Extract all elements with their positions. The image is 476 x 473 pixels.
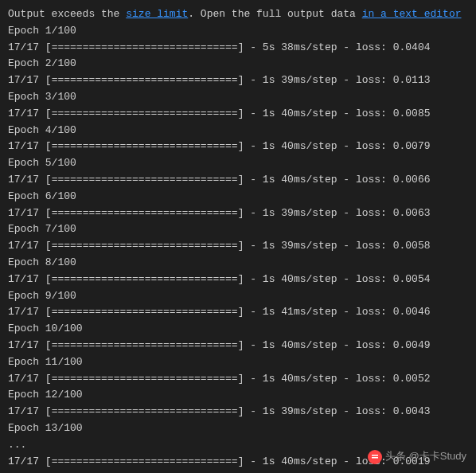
epoch-stats: - 1s 40ms/step - loss: 0.0054 [244, 273, 430, 285]
epoch-stats: - 1s 39ms/step - loss: 0.0058 [244, 240, 430, 252]
epoch-bar: [==============================] [45, 273, 244, 285]
epoch-steps: 17/17 [8, 140, 39, 152]
epoch-progress: 17/17 [==============================] -… [8, 238, 468, 255]
epoch-label: Epoch 12/100 [8, 387, 468, 404]
epoch-label: Epoch 1/100 [8, 23, 468, 40]
epoch-label: Epoch 10/100 [8, 321, 468, 338]
training-output: Epoch 1/10017/17 [======================… [8, 23, 468, 437]
toutiao-icon [368, 450, 382, 464]
epoch-bar: [==============================] [45, 339, 244, 351]
epoch-label: Epoch 13/100 [8, 420, 468, 437]
final-steps: 17/17 [8, 455, 39, 467]
epoch-bar: [==============================] [45, 74, 244, 86]
watermark-prefix: 头条 [385, 448, 406, 465]
epoch-progress: 17/17 [==============================] -… [8, 404, 468, 420]
epoch-bar: [==============================] [45, 306, 244, 318]
epoch-stats: - 1s 40ms/step - loss: 0.0079 [244, 140, 430, 152]
epoch-bar: [==============================] [45, 405, 244, 417]
watermark: 头条 @卡卡Study [368, 448, 466, 465]
svg-rect-1 [372, 457, 378, 459]
epoch-steps: 17/17 [8, 207, 39, 219]
epoch-label: Epoch 2/100 [8, 56, 468, 72]
epoch-label: Epoch 6/100 [8, 189, 468, 205]
epoch-bar: [==============================] [45, 108, 244, 119]
epoch-stats: - 1s 41ms/step - loss: 0.0046 [244, 306, 430, 318]
epoch-label: Epoch 4/100 [8, 123, 468, 139]
epoch-stats: - 1s 40ms/step - loss: 0.0066 [244, 174, 430, 186]
epoch-steps: 17/17 [8, 174, 39, 186]
epoch-progress: 17/17 [==============================] -… [8, 72, 468, 89]
epoch-progress: 17/17 [==============================] -… [8, 106, 468, 123]
epoch-stats: - 1s 40ms/step - loss: 0.0085 [244, 108, 430, 119]
text-editor-link[interactable]: in a text editor [362, 8, 462, 20]
epoch-stats: - 1s 39ms/step - loss: 0.0113 [244, 74, 430, 86]
epoch-progress: 17/17 [==============================] -… [8, 371, 468, 388]
epoch-steps: 17/17 [8, 373, 39, 385]
notice-text-middle: . Open the full output data [188, 8, 361, 20]
epoch-label: Epoch 3/100 [8, 89, 468, 106]
epoch-label: Epoch 11/100 [8, 354, 468, 371]
epoch-bar: [==============================] [45, 174, 244, 186]
epoch-progress: 17/17 [==============================] -… [8, 304, 468, 321]
epoch-bar: [==============================] [45, 373, 244, 385]
epoch-steps: 17/17 [8, 240, 39, 252]
epoch-bar: [==============================] [45, 140, 244, 152]
epoch-steps: 17/17 [8, 41, 39, 53]
epoch-progress: 17/17 [==============================] -… [8, 139, 468, 155]
watermark-suffix: @卡卡Study [409, 448, 466, 465]
epoch-bar: [==============================] [45, 207, 244, 219]
output-limit-notice: Output exceeds the size limit. Open the … [8, 6, 468, 23]
epoch-steps: 17/17 [8, 405, 39, 417]
epoch-steps: 17/17 [8, 273, 39, 285]
size-limit-link[interactable]: size limit [126, 8, 188, 20]
epoch-steps: 17/17 [8, 306, 39, 318]
epoch-progress: 17/17 [==============================] -… [8, 172, 468, 189]
epoch-progress: 17/17 [==============================] -… [8, 338, 468, 354]
epoch-stats: - 1s 39ms/step - loss: 0.0063 [244, 207, 430, 219]
epoch-steps: 17/17 [8, 74, 39, 86]
epoch-stats: - 1s 40ms/step - loss: 0.0049 [244, 339, 430, 351]
epoch-label: Epoch 8/100 [8, 255, 468, 272]
epoch-stats: - 1s 40ms/step - loss: 0.0052 [244, 373, 430, 385]
svg-rect-0 [372, 455, 378, 456]
epoch-label: Epoch 7/100 [8, 221, 468, 238]
epoch-progress: 17/17 [==============================] -… [8, 40, 468, 57]
epoch-steps: 17/17 [8, 339, 39, 351]
epoch-progress: 17/17 [==============================] -… [8, 272, 468, 288]
epoch-progress: 17/17 [==============================] -… [8, 205, 468, 222]
final-bar: [==============================] [45, 455, 244, 467]
eval-progress: 5/5 [==============================] - 1… [8, 470, 468, 473]
epoch-bar: [==============================] [45, 240, 244, 252]
epoch-steps: 17/17 [8, 108, 39, 119]
epoch-label: Epoch 5/100 [8, 155, 468, 172]
epoch-label: Epoch 9/100 [8, 288, 468, 305]
epoch-bar: [==============================] [45, 41, 244, 53]
epoch-stats: - 5s 38ms/step - loss: 0.0404 [244, 41, 430, 53]
notice-text-prefix: Output exceeds the [8, 8, 126, 20]
epoch-stats: - 1s 39ms/step - loss: 0.0043 [244, 405, 430, 417]
